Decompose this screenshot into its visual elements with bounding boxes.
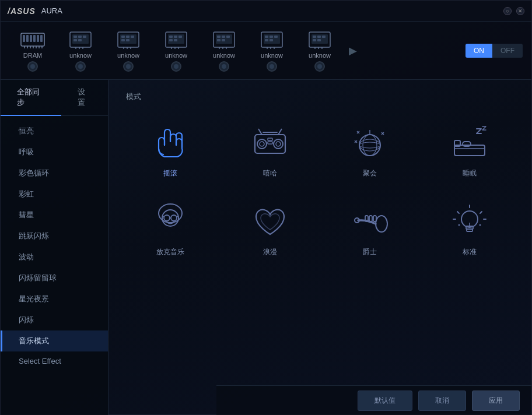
sidebar-item-static[interactable]: 恒亮 — [1, 121, 108, 142]
device-item-6[interactable]: unknow — [296, 25, 343, 76]
svg-rect-71 — [317, 39, 321, 41]
mode-item-jazz[interactable]: 爵士 — [326, 192, 414, 265]
device-name-3: unknow — [165, 52, 187, 59]
sidebar-item-strobe-ball[interactable]: 闪烁留留球 — [1, 268, 108, 289]
tabs: 全部同步 设置 — [1, 80, 108, 116]
toggle-off-button[interactable]: OFF — [492, 44, 523, 58]
sidebar-item-wave[interactable]: 波动 — [1, 247, 108, 268]
device-item-4[interactable]: unknow — [201, 25, 247, 76]
sidebar-item-select-effect[interactable]: Select Effect — [1, 351, 108, 371]
sidebar: 全部同步 设置 恒亮 呼吸 彩色循环 彩虹 彗星 跳跃闪烁 波动 闪烁留留球 星… — [1, 80, 108, 415]
svg-line-105 — [177, 216, 178, 217]
svg-rect-59 — [274, 36, 278, 38]
svg-rect-41 — [174, 39, 177, 41]
device-name-5: unknow — [261, 52, 283, 59]
svg-rect-31 — [126, 39, 130, 41]
device-sync-dram[interactable] — [27, 61, 38, 72]
default-button[interactable]: 默认值 — [358, 391, 412, 411]
svg-rect-61 — [270, 39, 273, 41]
svg-rect-69 — [322, 36, 326, 38]
svg-rect-29 — [131, 36, 134, 38]
device-item-dram[interactable]: DRAM — [9, 25, 56, 76]
svg-rect-68 — [317, 36, 321, 38]
svg-rect-51 — [222, 39, 225, 41]
sidebar-item-starry[interactable]: 星光夜景 — [1, 289, 108, 310]
svg-rect-39 — [178, 36, 182, 38]
title-controls: ○ ✕ — [503, 7, 524, 15]
hiphop-icon — [247, 122, 293, 164]
sidebar-menu: 恒亮 呼吸 彩色循环 彩虹 彗星 跳跃闪烁 波动 闪烁留留球 星光夜景 闪烁 音… — [1, 116, 108, 375]
mode-label-party: 聚会 — [363, 168, 377, 178]
tab-settings[interactable]: 设置 — [61, 80, 108, 116]
device-item-2[interactable]: unknow — [105, 25, 152, 76]
tab-all-sync[interactable]: 全部同步 — [1, 80, 61, 116]
device-name-dram: DRAM — [23, 52, 42, 59]
device-sync-6[interactable] — [314, 61, 325, 72]
svg-rect-38 — [174, 36, 177, 38]
sidebar-item-flash[interactable]: 跳跃闪烁 — [1, 226, 108, 247]
mode-item-rock[interactable]: 摇滚 — [126, 114, 214, 187]
minimize-icon: ○ — [506, 8, 509, 14]
svg-rect-6 — [40, 35, 43, 42]
svg-rect-19 — [83, 36, 86, 38]
romantic-icon — [247, 201, 293, 242]
svg-rect-48 — [222, 36, 225, 38]
device-item-1[interactable]: unknow — [57, 25, 104, 76]
mode-label-romantic: 浪漫 — [263, 247, 277, 257]
device-item-3[interactable]: unknow — [153, 25, 200, 76]
svg-rect-40 — [169, 39, 173, 41]
mode-item-standard[interactable]: 标准 — [426, 192, 514, 265]
apply-button[interactable]: 应用 — [472, 391, 520, 411]
svg-rect-37 — [169, 36, 173, 38]
device-icon-dram — [19, 30, 47, 51]
device-sync-1[interactable] — [75, 61, 86, 72]
title-bar: /ASUS AURA ○ ✕ — [1, 1, 531, 22]
svg-point-121 — [459, 224, 460, 226]
mode-item-sleep[interactable]: 睡眠 — [426, 114, 514, 187]
minimize-button[interactable]: ○ — [503, 7, 512, 15]
svg-rect-27 — [121, 36, 125, 38]
svg-point-85 — [363, 135, 377, 156]
svg-rect-17 — [74, 36, 77, 38]
device-icon-3 — [162, 30, 190, 51]
svg-rect-47 — [217, 36, 220, 38]
device-name-1: unknow — [69, 52, 92, 59]
svg-line-83 — [278, 129, 282, 135]
mode-item-hiphop[interactable]: 嘻哈 — [226, 114, 314, 187]
close-button[interactable]: ✕ — [516, 7, 524, 15]
sidebar-item-rainbow[interactable]: 彩虹 — [1, 184, 108, 205]
device-nav-next[interactable]: ▶ — [349, 44, 357, 57]
toggle-on-button[interactable]: ON — [466, 44, 492, 58]
sidebar-item-color-cycle[interactable]: 彩色循环 — [1, 163, 108, 184]
device-sync-3[interactable] — [171, 61, 181, 72]
party-icon — [346, 122, 393, 164]
mode-item-funk[interactable]: 放克音乐 — [126, 192, 214, 265]
sidebar-item-comet[interactable]: 彗星 — [1, 205, 108, 226]
device-sync-5[interactable] — [267, 61, 277, 72]
sidebar-item-blink[interactable]: 闪烁 — [1, 310, 108, 330]
cancel-button[interactable]: 取消 — [418, 391, 466, 411]
device-sync-4[interactable] — [219, 61, 229, 72]
svg-point-102 — [171, 215, 177, 221]
mode-item-romantic[interactable]: 浪漫 — [226, 192, 314, 265]
svg-rect-49 — [226, 36, 230, 38]
sidebar-item-breathing[interactable]: 呼吸 — [1, 142, 108, 163]
svg-point-106 — [376, 216, 387, 232]
svg-rect-60 — [265, 39, 268, 41]
device-item-5[interactable]: unknow — [249, 25, 295, 76]
svg-rect-109 — [369, 216, 372, 221]
device-sync-2[interactable] — [123, 61, 134, 72]
mode-label-hiphop: 嘻哈 — [263, 168, 277, 178]
device-name-2: unknow — [117, 52, 139, 59]
svg-rect-4 — [33, 35, 36, 42]
main-area: 全部同步 设置 恒亮 呼吸 彩色循环 彩虹 彗星 跳跃闪烁 波动 闪烁留留球 星… — [1, 80, 531, 415]
mode-label-jazz: 爵士 — [363, 247, 377, 257]
device-icon-6 — [306, 30, 334, 51]
svg-rect-20 — [74, 39, 77, 41]
sidebar-item-music[interactable]: 音乐模式 — [1, 330, 108, 351]
mode-item-party[interactable]: 聚会 — [326, 114, 414, 187]
bottom-bar: 默认值 取消 应用 — [216, 385, 531, 415]
device-icon-2 — [114, 30, 142, 51]
svg-rect-70 — [313, 39, 316, 41]
mode-label-rock: 摇滚 — [163, 168, 177, 178]
